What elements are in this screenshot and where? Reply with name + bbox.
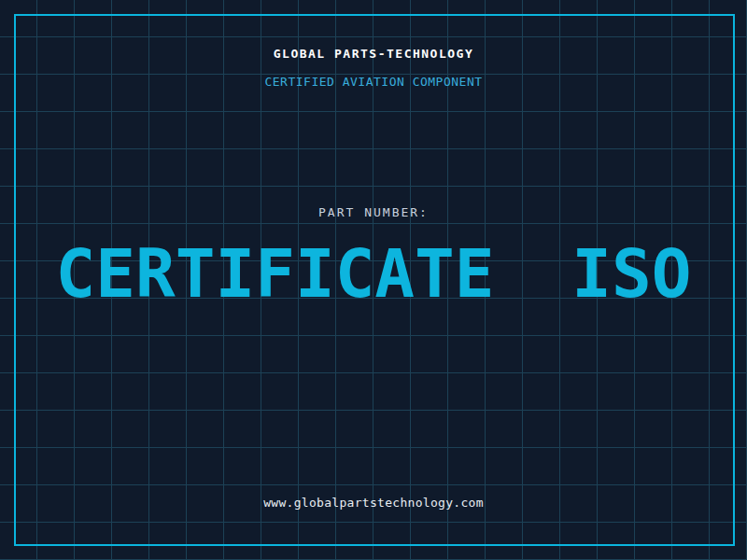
page-title: GLOBAL PARTS-TECHNOLOGY xyxy=(0,47,747,61)
page-subtitle: CERTIFIED AVIATION COMPONENT xyxy=(0,76,747,89)
blueprint-canvas: GLOBAL PARTS-TECHNOLOGY CERTIFIED AVIATI… xyxy=(0,0,747,560)
part-number-label: PART NUMBER: xyxy=(0,205,747,219)
part-number-value: CERTIFICATE ISO xyxy=(0,241,747,308)
footer-url: www.globalpartstechnology.com xyxy=(0,496,747,510)
